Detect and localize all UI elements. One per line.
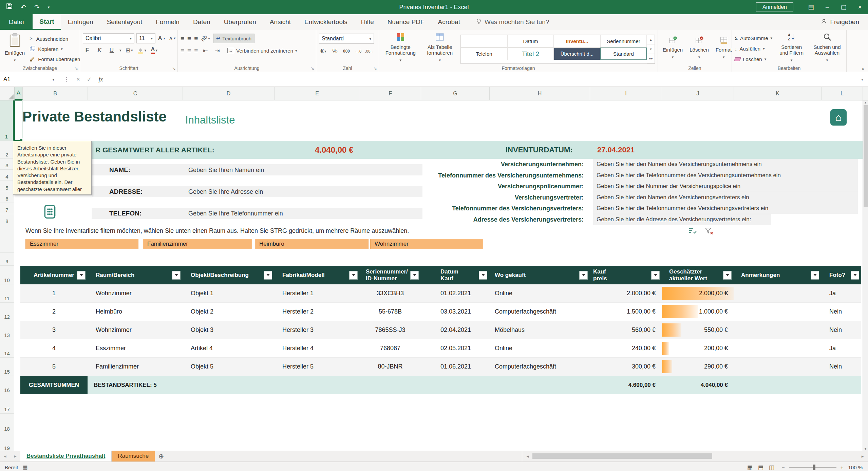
align-left-icon[interactable]: ≡ xyxy=(181,48,184,54)
column-header-d[interactable]: D xyxy=(183,87,275,100)
cell-objekt[interactable]: Objekt 5 xyxy=(183,358,274,376)
maximize-icon[interactable]: ▢ xyxy=(835,0,852,14)
row-header-11[interactable]: 11 xyxy=(0,284,14,303)
scroll-down-icon[interactable]: ▾ xyxy=(865,447,866,451)
prev-sheet-icon[interactable]: ◂ xyxy=(0,451,10,461)
header-datum-kauf[interactable]: DatumKauf xyxy=(421,266,489,284)
filter-dropdown-icon[interactable] xyxy=(723,271,732,279)
find-select-button[interactable]: Suchen und Auswählen ▾ xyxy=(811,32,844,64)
row-header-3[interactable]: 3 xyxy=(0,159,14,170)
cell-objekt[interactable]: Objekt 3 xyxy=(183,321,274,339)
cell-artikelnummer[interactable]: 5 xyxy=(20,358,88,376)
row-header-6[interactable]: 6 xyxy=(0,192,14,203)
filter-dropdown-icon[interactable] xyxy=(651,271,660,279)
tab-acrobat[interactable]: Acrobat xyxy=(431,14,467,30)
column-header-a[interactable]: A xyxy=(15,87,23,100)
cell-artikelnummer[interactable]: 2 xyxy=(20,303,88,321)
row-header-13[interactable]: 13 xyxy=(0,321,14,339)
cell-anmerkungen[interactable] xyxy=(734,303,821,321)
cell-datum[interactable]: 02.05.2021 xyxy=(421,339,489,357)
cancel-entry-icon[interactable]: × xyxy=(76,76,80,83)
zoom-slider[interactable] xyxy=(789,467,836,468)
grow-font-button[interactable]: A▲ xyxy=(157,34,166,43)
number-dialog-launcher-icon[interactable]: ↘ xyxy=(373,66,377,71)
cell-aktueller-wert[interactable]: 2.000,00 € xyxy=(662,284,734,302)
tab-hilfe[interactable]: Hilfe xyxy=(354,14,381,30)
name-value[interactable]: Geben Sie Ihren Namen ein xyxy=(188,166,264,173)
insert-cells-button[interactable]: Einfügen ▾ xyxy=(661,32,685,64)
column-header-f[interactable]: F xyxy=(360,87,421,100)
share-button[interactable]: Freigeben xyxy=(821,14,868,30)
column-header-j[interactable]: J xyxy=(662,87,734,100)
clipboard-dialog-launcher-icon[interactable]: ↘ xyxy=(74,66,78,71)
cell-foto[interactable]: Ja xyxy=(821,284,861,302)
increase-indent-icon[interactable]: ⇥ xyxy=(213,46,222,55)
add-sheet-icon[interactable]: ⊕ xyxy=(155,451,167,461)
tab-daten[interactable]: Daten xyxy=(186,14,217,30)
filter-dropdown-icon[interactable] xyxy=(811,271,819,279)
horizontal-scrollbar[interactable]: ◂ ▸ xyxy=(522,451,868,461)
format-cells-button[interactable]: Format ▾ xyxy=(714,32,734,64)
tab-nuance-pdf[interactable]: Nuance PDF xyxy=(381,14,431,30)
orientation-icon[interactable]: ab▾ xyxy=(201,34,210,43)
address-value[interactable]: Geben Sie Ihre Adresse ein xyxy=(188,188,263,195)
scrollbar-thumb[interactable] xyxy=(532,453,712,459)
cell-foto[interactable]: Ja xyxy=(821,339,861,357)
gallery-more-icon[interactable]: ≡▾ xyxy=(647,54,655,63)
cell-seriennummer[interactable]: 33XCBH3 xyxy=(360,284,421,302)
percent-style-icon[interactable]: % xyxy=(331,47,339,56)
insurance-value[interactable]: Geben Sie hier die Telefonnummer des Ver… xyxy=(593,170,858,181)
row-header-12[interactable]: 12 xyxy=(0,303,14,321)
zoom-out-icon[interactable]: − xyxy=(782,465,785,470)
number-format-combo[interactable]: Standard▾ xyxy=(319,34,374,44)
tab-start[interactable]: Start xyxy=(33,14,61,30)
column-header-k[interactable]: K xyxy=(734,87,822,100)
align-bottom-icon[interactable]: ≡ xyxy=(194,35,198,42)
filter-dropdown-icon[interactable] xyxy=(579,271,588,279)
page-layout-view-icon[interactable]: ▤ xyxy=(758,464,763,471)
filter-dropdown-icon[interactable] xyxy=(172,271,181,279)
accounting-format-icon[interactable]: €▾ xyxy=(319,47,328,56)
insurance-value[interactable]: Geben Sie hier den Namen des Versicherun… xyxy=(593,192,858,203)
cell-aktueller-wert[interactable]: 200,00 € xyxy=(662,339,734,357)
row-header-9[interactable]: 9 xyxy=(0,253,14,266)
cell-seriennummer[interactable]: 7865SS-J3 xyxy=(360,321,421,339)
style-cell-seriennummer[interactable]: Seriennummer xyxy=(600,35,647,48)
insurance-value[interactable]: Geben Sie hier die Telefonnummer des Ver… xyxy=(593,203,858,214)
cell-fabrikat[interactable]: Hersteller 1 xyxy=(274,284,360,302)
column-header-g[interactable]: G xyxy=(421,87,490,100)
header-aktueller-wert[interactable]: Geschätzteraktueller Wert xyxy=(662,266,734,284)
minimize-icon[interactable]: – xyxy=(819,0,835,14)
sort-filter-button[interactable]: AZ Sortieren und Filtern ▾ xyxy=(775,32,808,64)
close-icon[interactable]: × xyxy=(852,0,868,14)
cell-raum[interactable]: Wohnzimmer xyxy=(88,284,183,302)
cell-seriennummer[interactable]: 80-JBNR xyxy=(360,358,421,376)
column-header-b[interactable]: B xyxy=(23,87,88,100)
cell-foto[interactable]: Nein xyxy=(821,321,861,339)
cell-anmerkungen[interactable] xyxy=(734,284,821,302)
cell-kaufpreis[interactable]: 240,00 € xyxy=(590,339,662,357)
header-seriennummer[interactable]: Seriennummer/ID-Nummer xyxy=(360,266,421,284)
cell-raum[interactable]: Wohnzimmer xyxy=(88,321,183,339)
row-header-18[interactable]: 18 xyxy=(0,414,14,433)
select-all-corner[interactable] xyxy=(0,87,15,100)
slicer-familienzimmer[interactable]: Familienzimmer xyxy=(143,239,252,249)
filter-dropdown-icon[interactable] xyxy=(410,271,419,279)
insurance-value[interactable]: Geben Sie hier die Nummer der Versicheru… xyxy=(593,181,858,192)
formula-input[interactable] xyxy=(109,72,856,87)
name-box[interactable]: A1 ▾ xyxy=(0,72,58,87)
filter-dropdown-icon[interactable] xyxy=(77,271,86,279)
row-header-17[interactable]: 17 xyxy=(0,394,14,414)
scrollbar-thumb[interactable] xyxy=(864,105,868,207)
style-cell-datum[interactable]: Datum xyxy=(507,35,554,48)
cell-aktueller-wert[interactable]: 1.000,00 € xyxy=(662,303,734,321)
cell-objekt[interactable]: Artikel 4 xyxy=(183,339,274,357)
cell-aktueller-wert[interactable]: 550,00 € xyxy=(662,321,734,339)
font-name-combo[interactable]: Calibri▾ xyxy=(83,33,134,43)
column-header-c[interactable]: C xyxy=(88,87,183,100)
owner-address-row[interactable]: ADRESSE: Geben Sie Ihre Adresse ein xyxy=(92,186,422,197)
filter-dropdown-icon[interactable] xyxy=(264,271,272,279)
row-header-15[interactable]: 15 xyxy=(0,358,14,376)
row-header-16[interactable]: 16 xyxy=(0,376,14,394)
tab-ansicht[interactable]: Ansicht xyxy=(263,14,298,30)
